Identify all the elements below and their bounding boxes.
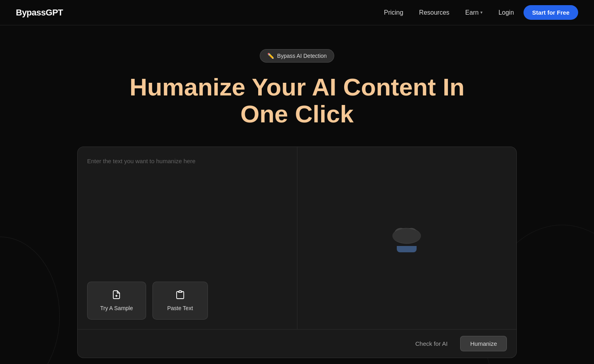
humanize-button[interactable]: Humanize [460, 336, 507, 351]
editor-panels: Try A Sample Paste Text [78, 147, 516, 329]
svg-point-6 [392, 229, 421, 243]
paste-text-button[interactable]: Paste Text [152, 282, 208, 320]
chevron-down-icon: ▾ [480, 10, 483, 15]
sample-document-icon [112, 290, 121, 302]
editor-right-panel [297, 147, 517, 329]
hero-title: Humanize Your AI Content In One Click [119, 74, 475, 128]
nav-link-earn[interactable]: Earn ▾ [459, 6, 489, 19]
editor-left-panel: Try A Sample Paste Text [78, 147, 297, 329]
start-free-button[interactable]: Start for Free [524, 5, 578, 20]
editor-container: Try A Sample Paste Text [77, 147, 517, 358]
text-input[interactable] [87, 156, 287, 266]
badge-text: Bypass AI Detection [277, 53, 327, 59]
cloud-base [397, 246, 417, 252]
bypass-badge: ✏️ Bypass AI Detection [260, 49, 334, 63]
paste-text-label: Paste Text [167, 305, 193, 311]
nav-links: Pricing Resources Earn ▾ Login Start for… [377, 5, 578, 20]
hero-section: ✏️ Bypass AI Detection Humanize Your AI … [0, 25, 594, 358]
cloud-illustration [391, 224, 423, 252]
nav-link-login[interactable]: Login [492, 6, 520, 19]
editor-bottom-bar: Check for AI Humanize [78, 329, 516, 358]
try-sample-label: Try A Sample [100, 305, 133, 311]
nav-link-resources[interactable]: Resources [413, 6, 455, 19]
badge-pencil-icon: ✏️ [267, 53, 274, 59]
logo[interactable]: BypassGPT [16, 8, 63, 18]
paste-icon [175, 290, 185, 302]
nav-link-pricing[interactable]: Pricing [377, 6, 409, 19]
editor-action-buttons: Try A Sample Paste Text [87, 275, 287, 320]
cloud-icon [391, 224, 423, 248]
navbar: BypassGPT Pricing Resources Earn ▾ Login… [0, 0, 594, 25]
try-sample-button[interactable]: Try A Sample [87, 282, 146, 320]
check-for-ai-button[interactable]: Check for AI [409, 337, 454, 350]
